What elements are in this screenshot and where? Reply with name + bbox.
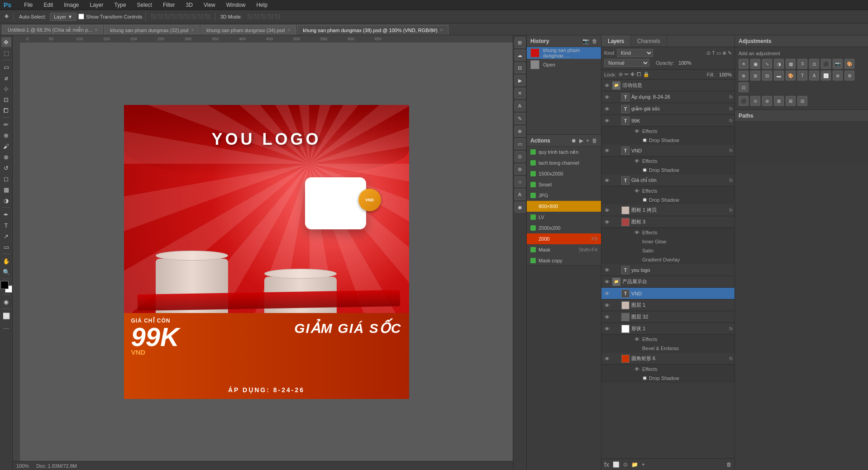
layer-giamgia[interactable]: 👁 T giảm giá sốc fx <box>601 103 734 115</box>
effect-rounded-dropshadow[interactable]: 🔲 Drop Shadow <box>601 374 734 383</box>
action-item-6[interactable]: LV <box>527 212 601 223</box>
vis-effect-shape1[interactable]: 👁 <box>633 336 640 343</box>
crop-tool[interactable]: ⊡ <box>1 95 11 104</box>
eyedropper-tool[interactable]: ✏ <box>1 119 11 129</box>
auto-select-dropdown[interactable]: Layer ▼ <box>50 13 76 21</box>
actions-add-btn[interactable]: + <box>586 138 589 144</box>
adj-row2-4[interactable]: ⊕ <box>833 71 843 81</box>
tab-channels[interactable]: Channels <box>631 35 667 47</box>
vert-tool-13[interactable]: A <box>515 189 525 200</box>
vert-tool-10[interactable]: ⊙ <box>515 151 525 162</box>
more-tools[interactable]: … <box>1 322 11 332</box>
adj-extra-6[interactable]: ⊟ <box>797 96 807 106</box>
effect-vnd-label[interactable]: 👁 Effects <box>601 157 734 166</box>
effect-99k-label[interactable]: 👁 Effects <box>601 127 734 136</box>
layer-shape1[interactable]: 👁 形状 1 fx <box>601 323 734 335</box>
lock-all-icon[interactable]: 🔒 <box>643 71 649 77</box>
vert-tool-6[interactable]: A <box>515 100 525 111</box>
object-selection-tool[interactable]: ⊹ <box>1 84 11 94</box>
actions-trash-btn[interactable]: 🗑 <box>592 138 597 144</box>
layer-youlogo[interactable]: 👁 T you logo <box>601 264 734 276</box>
adj-hsl-btn[interactable]: ⧖ <box>797 59 807 69</box>
layer-giaconhon[interactable]: 👁 T Giá chỉ còn fx <box>601 175 734 186</box>
menu-3d[interactable]: 3D <box>184 1 195 9</box>
tab-1-close[interactable]: × <box>191 28 194 33</box>
vis-effect-tukuang3[interactable]: 👁 <box>633 229 640 236</box>
vis-tucheng1[interactable]: 👁 <box>603 302 610 309</box>
path-selection-tool[interactable]: ↗ <box>1 231 11 241</box>
effect-giaconhon-dropshadow[interactable]: 🔲 Drop Shadow <box>601 195 734 204</box>
adj-threshold-btn[interactable]: ⊟ <box>762 71 772 81</box>
adj-row2-6[interactable]: ⊡ <box>739 82 749 92</box>
tab-0-close[interactable]: × <box>95 28 98 33</box>
vis-tukuang3[interactable]: 👁 <box>603 218 610 226</box>
vis-shape1[interactable]: 👁 <box>603 325 610 332</box>
menu-type[interactable]: Type <box>113 1 128 9</box>
adj-extra-2[interactable]: ⊙ <box>750 96 760 106</box>
frame-tool[interactable]: ⧠ <box>1 105 11 115</box>
transform-checkbox[interactable] <box>78 14 84 19</box>
effect-vnd-dropshadow[interactable]: 🔲 Drop Shadow <box>601 166 734 175</box>
kind-filter-select[interactable]: Kind <box>617 49 653 57</box>
action-item-0[interactable]: quy trinh tach nền <box>527 147 601 157</box>
color-swatches[interactable] <box>0 281 12 293</box>
layer-rounded-rect6[interactable]: 👁 圆角矩形 6 fx <box>601 353 734 365</box>
adj-colorbalance-btn[interactable]: ⚖ <box>809 59 819 69</box>
vis-chanpin[interactable]: 👁 <box>603 278 610 285</box>
show-transform-checkbox[interactable]: Show Transform Controls <box>78 14 142 19</box>
pen-tool[interactable]: ✒ <box>1 209 11 219</box>
layer-group-chanpin[interactable]: 👁 📁 产品展示台 <box>601 276 734 288</box>
vert-tool-2[interactable]: ☁ <box>515 50 525 61</box>
actions-play-btn[interactable]: ▶ <box>579 138 583 144</box>
action-item-10[interactable]: Mask copy <box>527 255 601 266</box>
adj-bw-btn[interactable]: ⬛ <box>821 59 831 69</box>
vis-rounded-rect6[interactable]: 👁 <box>603 355 610 362</box>
zoom-tool[interactable]: 🔍 <box>1 267 11 277</box>
layer-tukuang3[interactable]: 👁 图框 3 <box>601 216 734 228</box>
vis-99k[interactable]: 👁 <box>603 117 610 124</box>
dodge-tool[interactable]: ◑ <box>1 195 11 205</box>
vert-tool-7[interactable]: ✎ <box>515 113 525 124</box>
type-tool[interactable]: T <box>1 220 11 230</box>
adj-brightness-btn[interactable]: ☀ <box>739 59 749 69</box>
action-item-8[interactable]: 2000 F9 <box>527 233 601 244</box>
menu-edit[interactable]: Edit <box>42 1 55 9</box>
action-item-4[interactable]: JPG <box>527 190 601 201</box>
adj-posterize-btn[interactable]: ⊞ <box>750 71 760 81</box>
history-brush-tool[interactable]: ↺ <box>1 163 11 173</box>
vert-tool-4[interactable]: ▶ <box>515 75 525 86</box>
quick-mask-tool[interactable]: ◉ <box>1 297 11 307</box>
adj-row2-5[interactable]: ⚙ <box>844 71 854 81</box>
eraser-tool[interactable]: ◻ <box>1 174 11 184</box>
foreground-color[interactable] <box>0 281 9 289</box>
add-layer-btn[interactable]: + <box>642 461 645 468</box>
adj-vibrance-btn[interactable]: ▦ <box>786 59 796 69</box>
screen-mode-tool[interactable]: ⬜ <box>1 311 11 321</box>
layer-vnd[interactable]: 👁 T VND fx <box>601 145 734 157</box>
delete-layer-btn[interactable]: 🗑 <box>726 461 732 468</box>
effect-tukuang3-label[interactable]: 👁 Effects <box>601 228 734 237</box>
adj-extra-5[interactable]: ⊞ <box>786 96 796 106</box>
adj-levels-btn[interactable]: ▣ <box>750 59 760 69</box>
menu-window[interactable]: Window <box>224 1 248 9</box>
adj-extra-1[interactable]: ⬛ <box>739 96 749 106</box>
menu-file[interactable]: File <box>22 1 34 9</box>
menu-help[interactable]: Help <box>254 1 269 9</box>
move-tool[interactable]: ✥ <box>1 37 11 47</box>
effect-shape1-bevel[interactable]: Bevel & Emboss <box>601 344 734 353</box>
adj-row2-1[interactable]: T <box>797 71 807 81</box>
adj-row2-3[interactable]: ⬜ <box>821 71 831 81</box>
layer-99k[interactable]: 👁 T 99K fx <box>601 115 734 127</box>
vert-tool-12[interactable]: ☆ <box>515 176 525 187</box>
history-item-open[interactable]: Open <box>527 59 601 71</box>
lock-paint-icon[interactable]: ✏ <box>625 71 629 77</box>
lock-transparent-icon[interactable]: ⊘ <box>619 71 623 77</box>
canvas-area[interactable]: YOU LOGO VND <box>20 43 513 461</box>
blend-mode-select[interactable]: Normal <box>604 59 649 67</box>
action-item-9[interactable]: Mask Shift+F4 <box>527 244 601 255</box>
effect-satin[interactable]: Satin <box>601 246 734 255</box>
tab-0[interactable]: Untitled-1 @ 68.3% (Chia sẻ miễn p... × <box>2 25 103 35</box>
layer-apdung[interactable]: 👁 T Áp dụng: 8-24-26 fx <box>601 91 734 103</box>
artboard-tool[interactable]: ⬚ <box>1 48 11 58</box>
vis-youlogo[interactable]: 👁 <box>603 266 610 274</box>
